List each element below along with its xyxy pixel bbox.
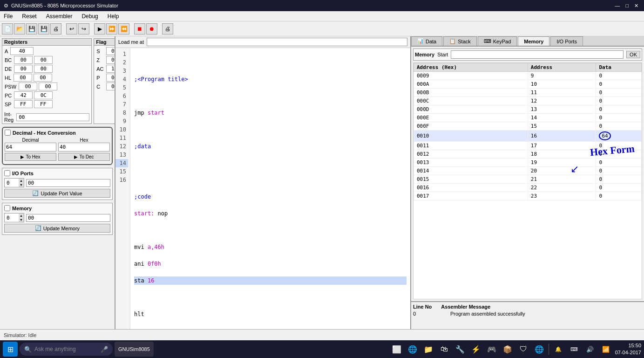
reg-pc-hi[interactable] bbox=[14, 91, 33, 99]
reg-hl-lo[interactable] bbox=[34, 74, 52, 82]
mem-addr-hex: 0009 bbox=[414, 72, 528, 80]
menu-help[interactable]: Help bbox=[106, 12, 121, 21]
io-port-value[interactable] bbox=[26, 179, 110, 187]
center-panel: Load me at 1 2 3 4 5 6 7 8 9 10 11 12 13… bbox=[115, 36, 411, 329]
flag-p-value[interactable] bbox=[106, 74, 115, 82]
memory-checkbox[interactable] bbox=[4, 205, 10, 211]
reg-sp-hi[interactable] bbox=[14, 100, 33, 108]
reg-bc-hi[interactable] bbox=[14, 56, 33, 64]
reg-pc-label: PC bbox=[4, 92, 13, 99]
mem-addr-hex: 000F bbox=[414, 122, 528, 131]
assembler-area: Line No Assembler Message 0 Program asse… bbox=[411, 301, 644, 329]
conversion-checkbox[interactable] bbox=[5, 130, 11, 136]
maximize-button[interactable]: □ bbox=[624, 3, 630, 9]
table-row: 0017230 bbox=[414, 192, 642, 200]
tb-open[interactable]: 📂 bbox=[14, 23, 25, 34]
tb-run[interactable]: ▶ bbox=[94, 23, 105, 34]
mem-addr: 13 bbox=[528, 105, 596, 114]
flag-z-value[interactable] bbox=[106, 56, 115, 64]
reg-hl-label: HL bbox=[4, 75, 12, 81]
int-reg-value[interactable] bbox=[16, 113, 89, 121]
tab-stack[interactable]: 📋 Stack bbox=[443, 36, 477, 46]
memory-panel: Memory Start OK Address (Hex) Address Da… bbox=[411, 47, 644, 301]
code-line-12: mvi a,46h bbox=[134, 243, 407, 251]
minimize-button[interactable]: — bbox=[613, 3, 622, 9]
hex-input[interactable] bbox=[58, 143, 110, 151]
mem-addr: 14 bbox=[528, 114, 596, 122]
tb-step[interactable]: ⏩ bbox=[106, 23, 117, 34]
assembler-header: Line No Assembler Message bbox=[413, 304, 642, 310]
flag-s-value[interactable] bbox=[106, 47, 115, 55]
memory-addr-down[interactable]: ▼ bbox=[19, 218, 24, 222]
reg-pc-lo[interactable] bbox=[34, 91, 53, 99]
code-line-7 bbox=[134, 159, 407, 167]
conversion-box: Decimal - Hex Conversion Decimal Hex ▶ T… bbox=[2, 127, 113, 165]
menu-assembler[interactable]: Assembler bbox=[44, 12, 75, 21]
update-memory-button[interactable]: 🔄 Update Memory bbox=[4, 224, 110, 233]
io-ports-checkbox[interactable] bbox=[4, 170, 10, 176]
reg-psw-hi[interactable] bbox=[19, 83, 37, 90]
reg-bc-lo[interactable] bbox=[34, 56, 53, 64]
io-port-num-down[interactable]: ▼ bbox=[19, 183, 24, 187]
tb-save2[interactable]: 💾 bbox=[38, 23, 49, 34]
reg-hl-hi[interactable] bbox=[14, 74, 32, 82]
menu-reset[interactable]: Reset bbox=[20, 12, 38, 21]
tb-io[interactable]: 🖨 bbox=[162, 23, 173, 34]
tb-back[interactable]: ⏪ bbox=[118, 23, 129, 34]
mem-addr-hex: 0012 bbox=[414, 150, 528, 158]
load-bar: Load me at bbox=[115, 36, 410, 48]
reg-de-hi[interactable] bbox=[14, 65, 33, 73]
reg-sp-lo[interactable] bbox=[34, 100, 53, 108]
tb-pause[interactable]: ⏺ bbox=[146, 23, 157, 34]
menu-debug[interactable]: Debug bbox=[80, 12, 100, 21]
tb-new[interactable]: 📄 bbox=[2, 23, 13, 34]
flag-z-label: Z bbox=[95, 57, 105, 63]
mem-addr: 20 bbox=[528, 167, 596, 175]
decimal-input[interactable] bbox=[5, 143, 56, 151]
mem-data: 0 bbox=[596, 89, 642, 97]
mem-addr-hex: 000A bbox=[414, 80, 528, 89]
to-hex-button[interactable]: ▶ To Hex bbox=[5, 153, 56, 161]
io-port-num-up[interactable]: ▲ bbox=[19, 179, 24, 183]
flag-s-label: S bbox=[95, 48, 105, 55]
to-dec-button[interactable]: ▶ To Dec bbox=[58, 153, 110, 161]
tb-redo[interactable]: ↪ bbox=[78, 23, 89, 34]
code-editor[interactable]: ;<Program title> jmp start ;data ;code s… bbox=[130, 48, 410, 329]
tb-stop[interactable]: ⏹ bbox=[134, 23, 145, 34]
memory-start-input[interactable] bbox=[451, 50, 624, 59]
memory-addr-up[interactable]: ▲ bbox=[19, 213, 24, 218]
tab-keypad[interactable]: ⌨ KeyPad bbox=[478, 36, 517, 46]
tab-io-ports[interactable]: I/O Ports bbox=[550, 36, 583, 46]
code-line-5 bbox=[134, 125, 407, 134]
mem-data: 0 bbox=[596, 175, 642, 184]
update-port-value-button[interactable]: 🔄 Update Port Value bbox=[4, 189, 110, 198]
hex-label: Hex bbox=[58, 138, 110, 143]
reg-de-lo[interactable] bbox=[34, 65, 53, 73]
tb-save[interactable]: 💾 bbox=[26, 23, 37, 34]
tb-undo[interactable]: ↩ bbox=[66, 23, 77, 34]
tab-data[interactable]: 📊 Data bbox=[411, 36, 442, 46]
flags-title: Flag bbox=[94, 39, 115, 46]
flag-ac-label: AC bbox=[95, 66, 105, 72]
load-input[interactable] bbox=[147, 38, 407, 46]
flag-c-value[interactable] bbox=[106, 83, 115, 90]
memory-ok-button[interactable]: OK bbox=[626, 51, 640, 58]
tb-print[interactable]: 🖨 bbox=[50, 23, 61, 34]
assembler-row: 0 Program assembled successfully bbox=[413, 311, 642, 317]
menu-file[interactable]: File bbox=[2, 12, 14, 21]
memory-value[interactable] bbox=[26, 214, 110, 222]
update-port-icon: 🔄 bbox=[32, 190, 39, 196]
mem-data: 0 bbox=[596, 72, 642, 80]
close-button[interactable]: ✕ bbox=[632, 3, 640, 9]
code-line-13: ani 0f0h bbox=[134, 260, 407, 268]
mem-addr: 23 bbox=[528, 192, 596, 200]
tab-memory[interactable]: Memory bbox=[518, 36, 549, 46]
code-area[interactable]: 1 2 3 4 5 6 7 8 9 10 11 12 13 14 15 16 ;… bbox=[115, 48, 410, 329]
status-text: Simulator: Idle bbox=[4, 332, 36, 338]
mem-addr-hex: 000B bbox=[414, 89, 528, 97]
reg-psw-lo[interactable] bbox=[39, 83, 57, 90]
memory-start-label: Start bbox=[437, 52, 448, 57]
mem-addr: 18 bbox=[528, 150, 596, 158]
reg-a-value[interactable] bbox=[10, 47, 34, 55]
flag-ac-value[interactable] bbox=[106, 65, 115, 73]
